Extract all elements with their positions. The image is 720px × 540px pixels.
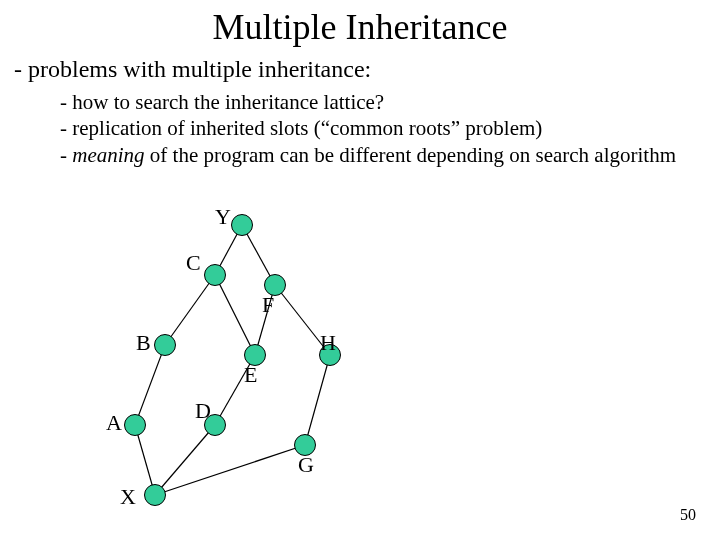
edge-H-G (305, 355, 330, 445)
sub-bullet-list: - how to search the inheritance lattice?… (60, 89, 720, 168)
label-E: E (244, 362, 257, 388)
sub-bullet-1: - how to search the inheritance lattice? (60, 89, 720, 115)
edge-G-X (155, 445, 305, 495)
page-title: Multiple Inheritance (0, 6, 720, 48)
label-H: H (320, 330, 336, 356)
main-bullet: - problems with multiple inheritance: (14, 56, 720, 83)
label-D: D (195, 398, 211, 424)
label-C: C (186, 250, 201, 276)
label-B: B (136, 330, 151, 356)
inheritance-lattice-diagram: Y C F B E H A D G X (0, 200, 720, 530)
sub-bullet-2: - replication of inherited slots (“commo… (60, 115, 720, 141)
node-Y (231, 214, 253, 236)
node-C (204, 264, 226, 286)
sub3-suffix: of the program can be different dependin… (145, 143, 676, 167)
sub3-prefix: - (60, 143, 72, 167)
diagram-edges (0, 200, 720, 530)
sub3-emphasis: meaning (72, 143, 144, 167)
edge-C-E (215, 275, 255, 355)
page-number: 50 (680, 506, 696, 524)
node-B (154, 334, 176, 356)
edge-B-A (135, 345, 165, 425)
label-A: A (106, 410, 122, 436)
edge-C-B (165, 275, 215, 345)
sub-bullet-3: - meaning of the program can be differen… (60, 142, 720, 168)
node-X (144, 484, 166, 506)
label-Y: Y (215, 204, 231, 230)
label-X: X (120, 484, 136, 510)
label-F: F (262, 292, 274, 318)
label-G: G (298, 452, 314, 478)
node-A (124, 414, 146, 436)
